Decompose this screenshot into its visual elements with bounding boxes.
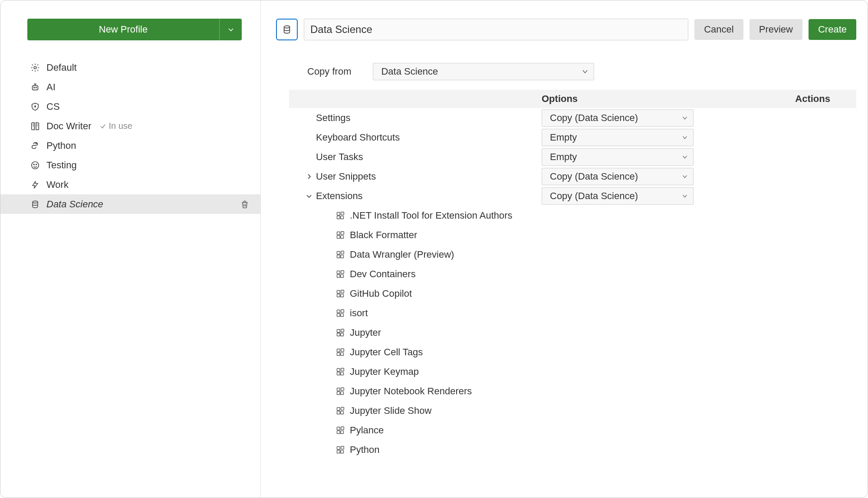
profile-item-python[interactable]: Python xyxy=(11,136,249,155)
extension-item[interactable]: isort xyxy=(289,303,856,323)
option-row-user-snippets: User Snippets Copy (Data Science) xyxy=(289,167,856,186)
svg-rect-14 xyxy=(341,212,344,215)
extension-item[interactable]: Pylance xyxy=(289,420,856,440)
extensions-icon xyxy=(336,387,345,396)
profile-name-input[interactable] xyxy=(304,19,688,40)
extensions-icon xyxy=(336,328,345,337)
profile-item-cs[interactable]: CS xyxy=(11,97,249,116)
profile-label: AI xyxy=(46,82,56,93)
svg-rect-41 xyxy=(341,352,344,355)
extension-item[interactable]: GitHub Copilot xyxy=(289,284,856,303)
profile-item-data-science[interactable]: Data Science xyxy=(0,194,260,214)
svg-rect-12 xyxy=(337,216,340,219)
extensions-icon xyxy=(336,231,345,239)
svg-rect-18 xyxy=(341,231,344,234)
extension-item[interactable]: Jupyter xyxy=(289,323,856,342)
option-select-settings[interactable]: Copy (Data Science) xyxy=(542,109,694,127)
profile-label: Data Science xyxy=(46,199,103,210)
svg-rect-55 xyxy=(337,427,340,430)
option-row-user-tasks: User Tasks Empty xyxy=(289,147,856,167)
svg-point-8 xyxy=(36,164,37,165)
extensions-icon xyxy=(336,309,345,318)
copy-from-select[interactable]: Data Science xyxy=(373,63,594,80)
extension-label: Data Wrangler (Preview) xyxy=(350,249,454,260)
extension-item[interactable]: Jupyter Slide Show xyxy=(289,401,856,420)
extension-item[interactable]: Python xyxy=(289,440,856,459)
extension-item[interactable]: Data Wrangler (Preview) xyxy=(289,245,856,264)
profile-item-doc-writer[interactable]: Doc Writer In use xyxy=(11,116,249,136)
option-value: Copy (Data Science) xyxy=(550,190,638,202)
extensions-icon xyxy=(336,250,345,259)
create-button[interactable]: Create xyxy=(809,19,856,40)
profile-editor-main: Cancel Preview Create Copy from Data Sci… xyxy=(261,0,868,498)
options-header: Options Actions xyxy=(289,90,856,108)
new-profile-dropdown[interactable] xyxy=(219,19,242,40)
database-icon xyxy=(29,200,41,209)
in-use-label: In use xyxy=(109,121,132,131)
option-select-keyboard-shortcuts[interactable]: Empty xyxy=(542,129,694,146)
new-profile-button[interactable]: New Profile xyxy=(27,19,219,40)
svg-rect-16 xyxy=(337,235,340,238)
extension-item[interactable]: Dev Containers xyxy=(289,264,856,284)
svg-rect-37 xyxy=(341,333,344,336)
svg-rect-40 xyxy=(337,352,340,355)
extension-item[interactable]: .NET Install Tool for Extension Authors xyxy=(289,206,856,225)
extension-label: GitHub Copilot xyxy=(350,288,412,299)
expand-extensions[interactable] xyxy=(289,193,316,200)
robot-icon xyxy=(29,82,41,92)
extension-item[interactable]: Jupyter Cell Tags xyxy=(289,342,856,362)
copy-from-row: Copy from Data Science xyxy=(307,63,856,80)
extensions-icon xyxy=(336,348,345,357)
profiles-editor: New Profile Default AI xyxy=(0,0,868,498)
profile-label: CS xyxy=(46,101,60,112)
extension-item[interactable]: Jupyter Keymap xyxy=(289,362,856,381)
preview-button[interactable]: Preview xyxy=(750,19,802,40)
extension-label: Pylance xyxy=(350,425,384,436)
svg-rect-52 xyxy=(337,411,340,414)
svg-rect-49 xyxy=(341,391,344,394)
in-use-badge: In use xyxy=(99,121,132,131)
option-select-user-snippets[interactable]: Copy (Data Science) xyxy=(542,168,694,185)
option-select-extensions[interactable]: Copy (Data Science) xyxy=(542,187,694,205)
svg-rect-43 xyxy=(337,368,340,371)
option-value: Empty xyxy=(550,151,577,163)
expand-user-snippets[interactable] xyxy=(289,173,316,180)
new-profile-split-button: New Profile xyxy=(27,19,242,40)
new-profile-label: New Profile xyxy=(99,24,148,35)
svg-rect-59 xyxy=(337,446,340,449)
column-options: Options xyxy=(542,93,711,105)
extensions-list: .NET Install Tool for Extension AuthorsB… xyxy=(289,206,856,459)
svg-rect-50 xyxy=(341,387,344,390)
option-select-user-tasks[interactable]: Empty xyxy=(542,148,694,166)
svg-rect-29 xyxy=(341,294,344,297)
delete-profile-button[interactable] xyxy=(240,200,249,209)
svg-point-2 xyxy=(34,87,35,88)
chevron-right-icon xyxy=(306,173,312,180)
svg-rect-44 xyxy=(337,372,340,375)
cancel-button[interactable]: Cancel xyxy=(694,19,743,40)
chevron-down-icon xyxy=(682,174,688,180)
extension-label: isort xyxy=(350,308,368,319)
profile-label: Default xyxy=(46,62,77,73)
svg-rect-31 xyxy=(337,310,340,313)
profile-icon-picker[interactable] xyxy=(276,19,298,40)
svg-point-4 xyxy=(35,105,36,106)
option-label: Settings xyxy=(316,112,542,124)
copy-from-label: Copy from xyxy=(307,66,351,77)
svg-rect-47 xyxy=(337,388,340,391)
profile-item-ai[interactable]: AI xyxy=(11,77,249,97)
svg-rect-56 xyxy=(337,430,340,433)
svg-rect-53 xyxy=(341,411,344,414)
svg-rect-32 xyxy=(337,313,340,316)
extension-item[interactable]: Black Formatter xyxy=(289,225,856,245)
svg-rect-48 xyxy=(337,391,340,394)
profile-label: Python xyxy=(46,140,76,151)
profile-item-work[interactable]: Work xyxy=(11,175,249,194)
extension-item[interactable]: Jupyter Notebook Renderers xyxy=(289,381,856,401)
extension-label: Black Formatter xyxy=(350,229,417,241)
profile-item-testing[interactable]: Testing xyxy=(11,155,249,175)
svg-rect-1 xyxy=(33,85,38,90)
profile-item-default[interactable]: Default xyxy=(11,58,249,77)
svg-rect-27 xyxy=(337,290,340,293)
extension-label: Jupyter Slide Show xyxy=(350,405,431,416)
